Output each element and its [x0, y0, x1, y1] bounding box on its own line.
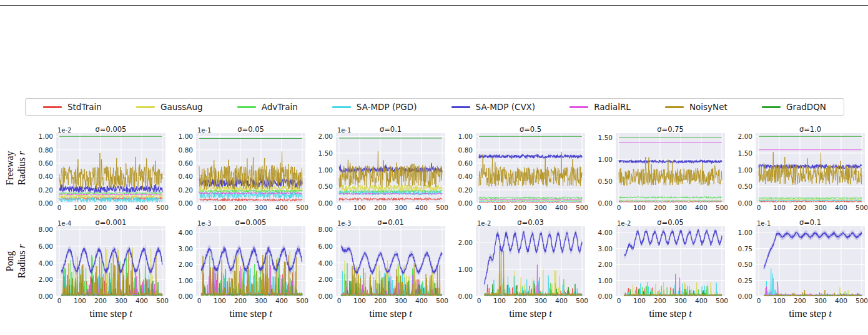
- row-game-label: Freeway: [4, 151, 16, 185]
- subplot-freeway-0.75: σ=0.750.000.501.001.500100200300400500: [588, 123, 728, 212]
- x-tick-label: 300: [115, 297, 127, 304]
- x-tick-label: 400: [835, 204, 847, 211]
- x-tick-label: 200: [514, 204, 526, 211]
- x-tick-label: 500: [296, 297, 308, 304]
- x-tick-label: 200: [654, 297, 666, 304]
- y-tick-label: 0.20: [39, 186, 53, 194]
- x-tick-label: 400: [695, 297, 708, 304]
- x-tick-label: 100: [353, 297, 366, 304]
- y-tick-label: 0.60: [39, 159, 53, 167]
- y-tick-label: 4.00: [318, 259, 333, 267]
- x-tick-label: 200: [374, 204, 387, 211]
- plot-svg: [56, 133, 165, 203]
- x-tick-label: 400: [555, 297, 568, 304]
- y-tick-label: 0.80: [458, 146, 473, 154]
- x-tick-label: 500: [296, 204, 308, 211]
- y-tick-label: 0.60: [458, 159, 473, 167]
- y-tick-label: 0.50: [598, 178, 613, 185]
- plot-area: [476, 226, 585, 296]
- legend-swatch: [237, 106, 256, 108]
- y-axis-tick-labels: 0.002.004.006.008.00: [29, 226, 56, 296]
- x-tick-label: 300: [814, 204, 827, 211]
- y-axis-tick-labels: 0.002.004.006.008.00: [308, 226, 336, 296]
- y-axis-tick-labels: 0.000.250.500.751.00: [728, 226, 756, 296]
- y-tick-label: 0.40: [39, 172, 53, 180]
- subplot-title: σ=0.1: [756, 218, 865, 227]
- x-tick-label: 400: [695, 204, 708, 211]
- legend-label: RadialRL: [594, 102, 631, 112]
- plot-svg: [756, 226, 865, 296]
- plot-svg: [196, 133, 305, 203]
- y-tick-label: 0.20: [179, 186, 193, 194]
- legend-label: SA-MDP (CVX): [476, 102, 536, 112]
- x-tick-label: 500: [856, 204, 868, 211]
- x-axis-label: time step t: [476, 306, 585, 320]
- y-tick-label: 0.80: [39, 146, 53, 154]
- y-axis-tick-labels: 0.000.501.001.502.00: [728, 133, 756, 203]
- y-tick-label: 0.50: [738, 261, 752, 268]
- x-tick-label: 0: [757, 297, 761, 304]
- x-tick-label: 0: [477, 297, 481, 304]
- chart-legend: StdTrainGaussAugAdvTrainSA-MDP (PGD)SA-M…: [25, 98, 844, 116]
- y-tick-label: 0.25: [738, 277, 752, 284]
- row-y-axis-label: Radius r: [16, 244, 28, 279]
- y-axis-tick-labels: 0.000.200.400.600.801.00: [169, 133, 196, 203]
- row-game-label: Pong: [4, 244, 16, 279]
- plot-area: [336, 133, 445, 203]
- plot-area: [196, 226, 305, 296]
- x-tick-label: 200: [374, 297, 387, 304]
- subplot-title-row: σ=0.75: [588, 123, 728, 133]
- x-tick-label: 0: [617, 204, 621, 211]
- x-axis-label: time step t: [756, 306, 865, 320]
- y-tick-label: 1.00: [318, 166, 333, 174]
- y-tick-label: 0.00: [738, 199, 752, 207]
- subplot-title: σ=0.005: [56, 125, 165, 134]
- subplot-pong-0.005: 1e-3σ=0.0050.001.002.003.004.00010020030…: [169, 216, 308, 320]
- subplot-title: σ=0.005: [196, 218, 305, 227]
- x-tick-label: 300: [814, 297, 827, 304]
- x-tick-label: 300: [255, 204, 267, 211]
- x-tick-label: 200: [94, 297, 107, 304]
- x-tick-label: 500: [716, 297, 728, 304]
- subplot-title: σ=0.03: [476, 218, 585, 227]
- subplot-title-row: 1e-2σ=0.03: [448, 216, 588, 226]
- x-tick-label: 500: [856, 297, 868, 304]
- plot-svg: [336, 133, 445, 203]
- legend-item-graddqn: GradDQN: [762, 102, 826, 112]
- subplot-title-row: 1e-3σ=0.005: [169, 216, 308, 226]
- subplot-title: σ=0.05: [616, 218, 725, 227]
- plot-svg: [616, 133, 725, 203]
- y-tick-label: 1.00: [179, 277, 193, 284]
- y-axis-tick-labels: 0.001.002.00: [448, 226, 476, 296]
- x-tick-label: 200: [794, 297, 806, 304]
- pong-row: Pong Radius r 1e-4σ=0.0010.002.004.006.0…: [4, 216, 868, 320]
- figure: Freeway Radius r 1e-2σ=0.0050.000.200.40…: [4, 123, 868, 320]
- y-tick-label: 0.50: [738, 182, 752, 190]
- y-tick-label: 1.00: [598, 277, 613, 284]
- y-tick-label: 1.50: [738, 149, 752, 157]
- y-tick-label: 0.00: [318, 199, 333, 207]
- y-tick-label: 0.00: [318, 292, 333, 300]
- y-tick-label: 0.00: [179, 199, 193, 207]
- subplot-freeway-0.5: σ=0.50.000.200.400.600.801.0001002003004…: [448, 123, 588, 212]
- plot-area: [56, 226, 165, 296]
- subplot-title-row: 1e-4σ=0.001: [29, 216, 169, 226]
- x-tick-label: 100: [214, 297, 226, 304]
- subplot-title: σ=0.1: [336, 125, 445, 134]
- y-tick-label: 4.00: [179, 229, 193, 236]
- y-tick-label: 6.00: [39, 242, 53, 250]
- legend-swatch: [665, 106, 684, 108]
- x-tick-label: 500: [436, 204, 448, 211]
- x-tick-label: 500: [576, 204, 588, 211]
- plot-area: [336, 226, 445, 296]
- subplot-title-row: 1e-2σ=0.05: [588, 216, 728, 226]
- plot-area: [756, 226, 865, 296]
- subplot-title: σ=0.001: [56, 218, 165, 227]
- x-tick-label: 100: [493, 204, 506, 211]
- plot-svg: [756, 133, 865, 203]
- x-axis-tick-labels: 0100200300400500: [56, 296, 165, 306]
- legend-swatch: [570, 106, 588, 108]
- legend-swatch: [762, 106, 781, 108]
- y-tick-label: 0.20: [458, 186, 473, 194]
- y-axis-tick-labels: 0.000.200.400.600.801.00: [448, 133, 476, 203]
